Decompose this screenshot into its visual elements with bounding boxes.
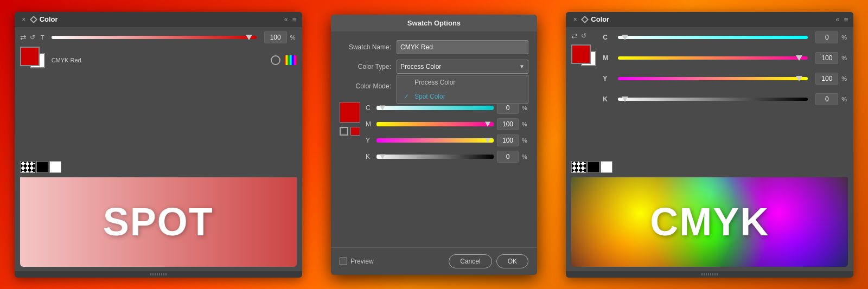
dialog-body: Swatch Name: Color Type: Process Color ▼… — [331, 31, 537, 247]
dialog-color-swatch[interactable] — [350, 127, 360, 136]
left-tint-slider[interactable] — [52, 34, 256, 41]
left-panel-title: Color — [40, 15, 58, 23]
dialog-k-value[interactable]: 0 — [497, 151, 519, 163]
dialog-y-row: Y 100 % — [366, 134, 528, 146]
left-swatch-black[interactable] — [36, 161, 48, 173]
swatch-name-label: Swatch Name: — [340, 43, 391, 51]
dialog-m-pct: % — [522, 121, 528, 127]
left-grip — [150, 273, 167, 275]
dialog-y-thumb — [485, 138, 490, 143]
dialog-y-slider[interactable] — [376, 138, 494, 143]
dropdown-spot-label: Spot Color — [414, 93, 445, 100]
dialog-y-value[interactable]: 100 — [497, 134, 519, 146]
left-swatch-white[interactable] — [49, 161, 61, 173]
left-foreground-color[interactable] — [20, 47, 40, 66]
right-m-label: M — [603, 54, 610, 62]
dialog-k-pct: % — [522, 153, 528, 160]
spot-check: ✓ — [404, 93, 411, 100]
right-banner: CMYK — [571, 177, 848, 267]
dropdown-process-label: Process Color — [414, 79, 455, 86]
dialog-m-label: M — [366, 120, 373, 128]
left-tint-value[interactable] — [264, 31, 287, 43]
dialog-buttons: Cancel OK — [449, 254, 528, 268]
left-panel-titlebar: × Color « ≡ — [15, 12, 302, 27]
color-preview-area: ⬛ C 0 % M — [340, 102, 528, 163]
right-diamond-icon — [581, 15, 589, 23]
dialog-c-label: C — [366, 104, 373, 112]
right-y-value[interactable] — [815, 73, 838, 85]
dialog-color-preview[interactable] — [340, 102, 360, 123]
right-m-slider[interactable] — [618, 54, 808, 62]
color-type-label: Color Type: — [340, 63, 391, 70]
preview-checkbox[interactable] — [340, 258, 347, 265]
right-hamburger-icon[interactable]: ≡ — [844, 15, 848, 24]
preview-label: Preview — [350, 258, 374, 265]
color-type-arrow: ▼ — [519, 63, 525, 69]
right-y-slider[interactable] — [618, 75, 808, 82]
dialog-cube-icon[interactable]: ⬛ — [340, 127, 348, 136]
right-reset-icon[interactable]: ↺ — [581, 32, 586, 40]
left-banner: SPOT — [20, 177, 297, 267]
left-tint-label: T — [41, 34, 44, 41]
right-c-value[interactable] — [815, 31, 838, 43]
dialog-y-pct: % — [522, 137, 528, 144]
left-spectrum-icon[interactable] — [285, 55, 297, 65]
left-hamburger-icon[interactable]: ≡ — [292, 15, 296, 24]
left-close-button[interactable]: × — [20, 16, 28, 23]
left-globe-icon[interactable] — [271, 55, 280, 65]
right-k-pct: % — [841, 96, 848, 102]
cancel-button[interactable]: Cancel — [449, 254, 492, 268]
right-y-pct: % — [841, 75, 848, 82]
right-banner-text: CMYK — [650, 200, 769, 244]
right-collapse-icon[interactable]: « — [835, 16, 839, 23]
color-mode-label: Color Mode: — [340, 82, 391, 90]
color-type-select[interactable]: Process Color ▼ — [397, 60, 528, 74]
dialog-m-value[interactable]: 100 — [497, 118, 519, 130]
right-k-row: K % — [603, 93, 848, 105]
swatch-name-row: Swatch Name: — [340, 40, 528, 54]
dialog-m-row: M 100 % — [366, 118, 528, 130]
dropdown-spot-color[interactable]: ✓ Spot Color — [397, 89, 528, 104]
dialog-y-label: Y — [366, 137, 373, 144]
left-panel-bottom-bar — [15, 271, 302, 278]
ok-button[interactable]: OK — [496, 254, 528, 268]
right-swatch-white[interactable] — [601, 161, 612, 173]
process-check — [404, 79, 411, 86]
right-y-row: Y % — [603, 73, 848, 85]
right-k-slider[interactable] — [618, 95, 808, 103]
dialog-k-row: K 0 % — [366, 151, 528, 163]
dropdown-process-color[interactable]: Process Color — [397, 75, 528, 89]
right-swatch-none[interactable] — [571, 161, 586, 173]
dialog-k-label: K — [366, 153, 373, 160]
left-tint-percent: % — [290, 34, 297, 41]
dialog-sliders: C 0 % M 100 % Y — [366, 102, 528, 163]
dialog-titlebar: Swatch Options — [331, 15, 537, 31]
left-reset-icon[interactable]: ↺ — [30, 34, 35, 41]
right-swap-icon[interactable]: ⇄ — [571, 31, 578, 40]
left-swap-icon[interactable]: ⇄ — [20, 33, 27, 42]
right-m-value[interactable] — [815, 52, 838, 64]
right-panel-titlebar: × Color « ≡ — [566, 12, 853, 27]
dialog-k-slider[interactable] — [376, 155, 494, 159]
dialog-k-thumb — [380, 154, 385, 159]
swatch-name-input[interactable] — [397, 40, 528, 54]
left-swatch-row — [20, 161, 297, 173]
right-m-row: M % — [603, 52, 848, 64]
right-close-button[interactable]: × — [571, 16, 579, 23]
left-banner-text: SPOT — [103, 200, 214, 244]
right-panel-title: Color — [591, 15, 609, 23]
right-foreground-color[interactable] — [571, 44, 591, 64]
dialog-c-slider[interactable] — [376, 106, 494, 110]
dialog-c-pct: % — [522, 105, 528, 111]
right-c-slider[interactable] — [618, 34, 808, 41]
right-swatch-black[interactable] — [588, 161, 599, 173]
left-collapse-icon[interactable]: « — [284, 16, 288, 23]
right-k-value[interactable] — [815, 93, 838, 105]
right-color-panel: × Color « ≡ ⇄ ↺ — [566, 12, 853, 278]
right-y-label: Y — [603, 75, 610, 82]
left-diamond-icon — [30, 15, 37, 23]
left-color-panel: × Color « ≡ ⇄ ↺ T % — [15, 12, 302, 278]
dialog-m-slider[interactable] — [376, 122, 494, 126]
left-swatch-none[interactable] — [20, 161, 35, 173]
dialog-c-thumb — [380, 105, 385, 110]
